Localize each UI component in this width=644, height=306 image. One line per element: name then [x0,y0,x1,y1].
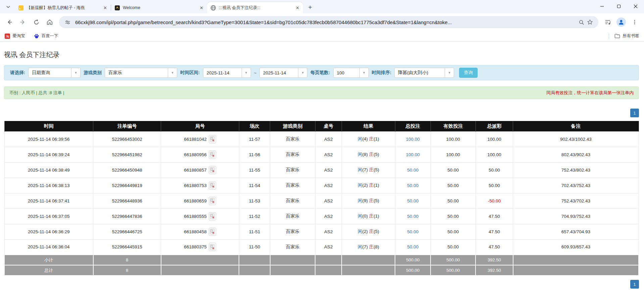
bet-time: 2025-11-14 06:36:29 [4,224,93,239]
close-icon[interactable]: ✕ [102,5,108,11]
session: 11-53 [239,193,270,208]
replay-icon[interactable] [209,243,216,251]
close-icon[interactable]: ✕ [295,5,300,11]
total-label: 总计 [4,265,93,276]
zoom-icon[interactable] [577,18,586,26]
total-bet-link[interactable]: 50.00 [407,244,418,249]
replay-icon[interactable] [209,181,216,190]
mode-select[interactable]: 日期查询 ▼ [28,68,81,78]
bookmark-baidu[interactable]: 百度一下 [34,33,58,39]
bet-time: 2025-11-14 06:37:41 [4,193,93,208]
filter-bar: 请选择: 日期查询 ▼ 游戏类别 百家乐 ▼ 时间区间: 2025-11-14 … [4,65,639,80]
bookmark-label: 百度一下 [42,33,58,39]
session: 11-56 [239,147,270,162]
total-bet-link[interactable]: 50.00 [407,214,418,219]
reload-icon[interactable] [31,16,42,28]
close-icon[interactable]: ✕ [199,5,204,11]
page-1-button[interactable]: 1 [630,280,639,289]
round-id: 661880555 [184,214,207,219]
total-bet: 50.00 [395,224,431,239]
home-icon[interactable] [44,16,55,28]
session: 11-57 [239,131,270,147]
total-bet-link[interactable]: 100.00 [406,152,419,157]
round-id: 661880375 [184,244,207,249]
round-id: 661880753 [184,183,207,188]
valid-bet: 50.00 [431,208,476,224]
table-row: 2025-11-14 06:37:05522966447836661880555… [4,208,639,224]
browser-titlebar: 【新提醒】杨雪儿的帖子 - 海燕 ✕ Welcome ✕ :::视讯 会员下注纪… [0,0,644,13]
session: 11-50 [239,239,270,255]
minimize-button[interactable] [594,0,610,13]
result: 闲(9) 庄(5) [342,193,395,208]
result: 闲(0) 庄(1) [342,208,395,224]
tab-search-chevron-icon[interactable] [3,2,13,11]
all-bookmarks-button[interactable]: 所有书签 [614,33,639,39]
total-bet-link[interactable]: 50.00 [407,168,418,173]
replay-icon[interactable] [209,228,216,236]
game-type-label: 游戏类别 [84,70,102,76]
tab-bet-records-active[interactable]: :::视讯 会员下注纪录::: ✕ [207,2,303,13]
total-bet-link[interactable]: 50.00 [407,183,418,188]
maximize-button[interactable] [610,0,627,13]
browser-toolbar: 66cxkj98.com/ipl/portal.php/game/betreco… [0,13,644,31]
bookmark-label: 爱淘宝 [12,33,25,39]
total-bet-link[interactable]: 100.00 [406,137,419,142]
forward-icon[interactable] [17,16,29,28]
result: 闲(7) 庄(5) [342,162,395,178]
url-text[interactable]: 66cxkj98.com/ipl/portal.php/game/betreco… [75,19,574,25]
date-from-select[interactable]: 2025-11-14 ▼ [203,68,251,78]
replay-icon[interactable] [209,166,216,174]
bookmark-star-icon[interactable] [586,18,594,26]
table-no: AS2 [315,208,342,224]
note: 752.43/702.43 [513,193,639,208]
media-controls-icon[interactable] [602,16,613,28]
dark-gold-icon [114,5,120,11]
replay-icon[interactable] [209,150,216,159]
table-row: 2025-11-14 06:38:49522966450948661880857… [4,162,639,178]
table-row: 2025-11-14 06:38:13522966449819661880753… [4,178,639,193]
search-button[interactable]: 查询 [459,68,478,78]
replay-icon[interactable] [209,197,216,205]
sort-select[interactable]: 降冪(由大到小) ▼ [394,68,454,78]
close-window-button[interactable] [627,0,644,13]
bet-time: 2025-11-14 06:38:49 [4,162,93,178]
summary-bar: 币别 : 人民币 | 总共 :8 注单 | 同局有效投注，统一计算在该局第一张注… [4,86,639,99]
sort-label: 时间排序: [372,70,392,76]
result: 闲(8) 庄(5) [342,147,395,162]
payout: 100.00 [476,147,513,162]
new-tab-button[interactable]: + [306,3,314,12]
bet-id: 522966449819 [93,178,161,193]
toolbar-right [601,16,641,28]
tilde-separator: ~ [254,70,257,75]
tab-forum[interactable]: 【新提醒】杨雪儿的帖子 - 海燕 ✕ [15,2,111,13]
game-type: 百家乐 [270,224,315,239]
tab-welcome[interactable]: Welcome ✕ [111,2,207,13]
bookmark-taobao[interactable]: 淘 爱淘宝 [5,33,25,39]
profile-avatar[interactable] [616,17,626,27]
header-table-no: 桌号 [315,121,342,131]
chevron-down-icon: ▼ [298,68,307,77]
site-settings-icon[interactable] [63,18,72,26]
game-type-select[interactable]: 百家乐 ▼ [105,68,177,78]
pagination-bottom: 1 [4,280,639,289]
tab-title: 【新提醒】杨雪儿的帖子 - 海燕 [27,5,102,11]
globe-icon [210,5,216,11]
svg-text:淘: 淘 [6,35,9,38]
replay-icon[interactable] [209,135,216,143]
bet-id: 522966445915 [93,239,161,255]
url-bar[interactable]: 66cxkj98.com/ipl/portal.php/game/betreco… [59,16,598,28]
back-icon[interactable] [4,16,15,28]
result: 闲(4) 庄(1) [342,131,395,147]
page-size-select[interactable]: 100 ▼ [333,68,369,78]
total-bet-link[interactable]: 50.00 [407,229,418,234]
total-bet-link[interactable]: 50.00 [407,198,418,203]
valid-bet: 50.00 [431,239,476,255]
menu-dots-icon[interactable] [629,16,640,28]
round-id: 661880659 [184,198,207,203]
header-result: 结果 [342,121,395,131]
baidu-paw-icon [34,34,39,39]
page-1-button[interactable]: 1 [630,109,639,117]
game-type: 百家乐 [270,162,315,178]
date-to-select[interactable]: 2025-11-14 ▼ [259,68,307,78]
replay-icon[interactable] [209,212,216,221]
